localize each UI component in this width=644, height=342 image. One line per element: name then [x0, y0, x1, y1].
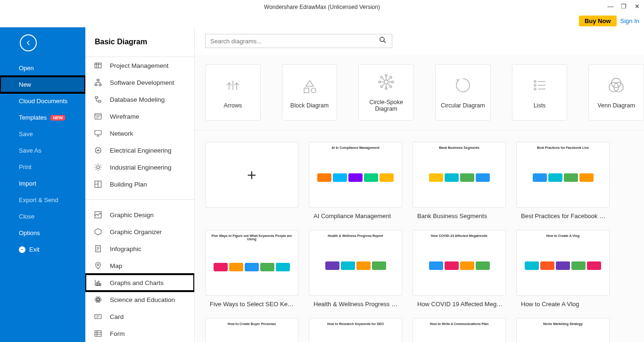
svg-point-8	[95, 147, 101, 153]
svg-rect-1	[97, 79, 99, 81]
category-label: Database Modeling	[110, 96, 165, 103]
template-card[interactable]: How to Create Buyer Personas	[205, 318, 298, 342]
nav-item-export-send[interactable]: Export & Send	[0, 192, 85, 208]
template-card[interactable]: How COVID-19 Affected MegatrendsHow COVI…	[413, 230, 506, 308]
category-form[interactable]: Form	[85, 325, 194, 342]
type-card-circular-diagram[interactable]: Circular Diagram	[435, 64, 491, 121]
sign-in-link[interactable]: Sign In	[620, 17, 639, 24]
svg-point-34	[380, 86, 382, 88]
category-label: Network	[110, 130, 133, 137]
svg-point-14	[97, 264, 99, 266]
nav-item-open[interactable]: Open	[0, 60, 85, 76]
template-label: Bank Business Segments	[413, 208, 506, 220]
nav-item-cloud-documents[interactable]: Cloud Documents	[0, 93, 85, 109]
category-electrical-engineering[interactable]: Electrical Engineering	[85, 142, 194, 159]
svg-rect-17	[100, 284, 101, 286]
window-title: Wondershare EdrawMax (Unlicensed Version…	[264, 4, 380, 10]
new-badge: NEW	[50, 115, 65, 121]
svg-rect-7	[95, 130, 101, 135]
type-card-block-diagram[interactable]: Block Diagram	[282, 64, 338, 121]
template-card[interactable]: How to Write A Communications Plan	[413, 318, 506, 342]
svg-point-33	[390, 76, 392, 78]
svg-marker-12	[95, 228, 101, 235]
template-label: How to Create A Vlog	[516, 296, 610, 308]
template-card[interactable]: How to Create A VlogHow to Create A Vlog	[516, 230, 610, 308]
category-wireframe[interactable]: Wireframe	[85, 108, 194, 125]
nav-item-new[interactable]: New	[0, 76, 85, 93]
template-label: AI Compliance Management	[309, 208, 402, 220]
category-infographic[interactable]: Infographic	[85, 240, 194, 257]
search-input[interactable]	[210, 38, 379, 45]
nav-item-templates[interactable]: TemplatesNEW	[0, 109, 85, 126]
type-card-arrows[interactable]: Arrows	[205, 64, 261, 121]
template-card[interactable]: AI In Compliance ManagementAI Compliance…	[309, 142, 402, 220]
type-card-circle-spoke-diagram[interactable]: Circle-Spoke Diagram	[358, 64, 414, 121]
category-list: Project ManagementSoftware DevelopmentDa…	[85, 57, 194, 342]
svg-point-26	[311, 88, 316, 93]
category-label: Graphic Design	[110, 212, 154, 219]
svg-point-36	[534, 81, 536, 82]
minimize-button[interactable]: —	[607, 3, 614, 9]
search-box[interactable]	[205, 34, 392, 48]
svg-point-18	[97, 299, 99, 301]
type-card-venn-diagram[interactable]: Venn Diagram	[588, 64, 644, 121]
nav-item-import[interactable]: Import	[0, 175, 85, 192]
template-label: Five Ways to Select SEO Keywords	[205, 296, 298, 308]
type-card-lists[interactable]: Lists	[512, 64, 568, 121]
template-thumb: How to Create Buyer Personas	[205, 318, 298, 342]
template-thumb: Health & Wellness Progress Report	[309, 230, 402, 296]
nav-item-options[interactable]: Options	[0, 225, 85, 241]
template-card[interactable]: Niche Marketing Strategy	[516, 318, 610, 342]
nav-item-label: Save	[19, 130, 33, 138]
category-graphic-design[interactable]: Graphic Design	[85, 206, 194, 223]
svg-point-24	[380, 37, 384, 41]
window-controls: — ❐ ✕	[607, 3, 640, 9]
mp-icon	[94, 261, 102, 270]
category-label: Electrical Engineering	[110, 147, 172, 154]
template-thumb: How to Create A Vlog	[516, 230, 610, 296]
buy-now-button[interactable]: Buy Now	[579, 16, 617, 26]
template-label: Best Practices for Facebook Live	[516, 208, 610, 220]
template-card[interactable]: Five Ways to Figure out What Keywords Pe…	[205, 230, 298, 308]
nav-item-save[interactable]: Save	[0, 126, 85, 142]
category-building-plan[interactable]: Building Plan	[85, 176, 194, 193]
svg-rect-15	[96, 283, 97, 285]
template-thumb: AI In Compliance Management	[309, 142, 402, 208]
type-icon	[376, 73, 396, 91]
template-card[interactable]: Health & Wellness Progress ReportHealth …	[309, 230, 402, 308]
nav-item-save-as[interactable]: Save As	[0, 142, 85, 159]
category-project-management[interactable]: Project Management	[85, 57, 194, 74]
type-label: Block Diagram	[290, 102, 329, 109]
nav-item-print[interactable]: Print	[0, 159, 85, 175]
category-graphic-organizer[interactable]: Graphic Organizer	[85, 223, 194, 240]
category-graphs-and-charts[interactable]: Graphs and Charts	[85, 274, 194, 291]
category-map[interactable]: Map	[85, 257, 194, 274]
template-card[interactable]: Bank Business SegmentsBank Business Segm…	[413, 142, 506, 220]
maximize-button[interactable]: ❐	[620, 3, 627, 9]
template-card[interactable]: Best Practices for Facebook LiveBest Pra…	[516, 142, 610, 220]
nav-item-exit[interactable]: −Exit	[0, 241, 85, 258]
fm-icon	[94, 329, 102, 338]
close-button[interactable]: ✕	[634, 3, 640, 9]
svg-rect-3	[99, 84, 101, 86]
ie-icon	[94, 163, 102, 171]
nav-item-label: Print	[19, 163, 32, 171]
search-icon[interactable]	[379, 36, 387, 46]
category-network[interactable]: Network	[85, 125, 194, 142]
db-icon	[94, 95, 102, 104]
category-science-and-education[interactable]: Science and Education	[85, 291, 194, 308]
category-industrial-engineering[interactable]: Industrial Engineering	[85, 159, 194, 176]
svg-point-31	[392, 81, 394, 83]
template-thumb: Best Practices for Facebook Live	[516, 142, 610, 208]
svg-rect-4	[95, 97, 98, 98]
nav-item-close[interactable]: Close	[0, 208, 85, 225]
category-database-modeling[interactable]: Database Modeling	[85, 91, 194, 108]
gc-icon	[94, 278, 102, 287]
template-blank[interactable]: +	[205, 142, 298, 220]
template-card[interactable]: How to Research Keywords for SEO	[309, 318, 402, 342]
exit-icon: −	[19, 246, 25, 253]
category-card[interactable]: Card	[85, 308, 194, 325]
category-software-development[interactable]: Software Development	[85, 74, 194, 91]
svg-point-37	[534, 84, 536, 86]
back-button[interactable]	[20, 34, 37, 51]
